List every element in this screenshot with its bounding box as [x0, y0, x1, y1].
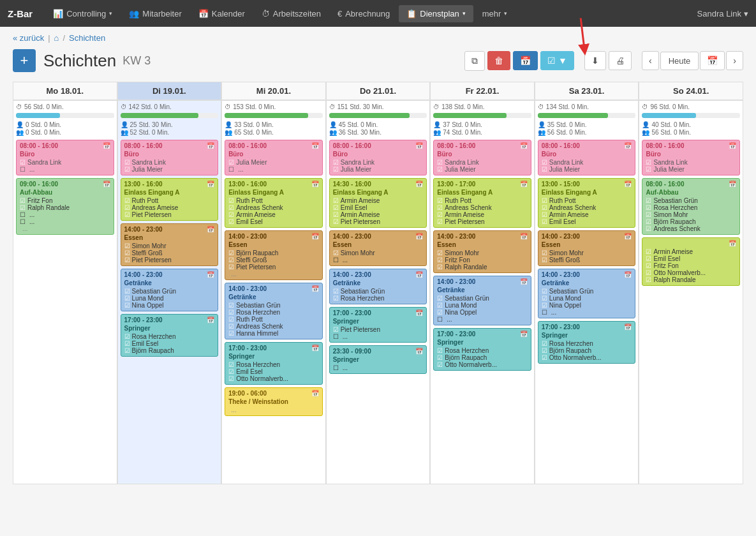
shift-time: 08:00 - 16:00: [228, 142, 267, 149]
shift-header: 14:00 - 23:00📅: [333, 271, 424, 278]
delete-button[interactable]: 🗑: [487, 51, 510, 70]
shift-block-0[interactable]: 08:00 - 16:00📅Büro☑ Sandra Link☑ Julia M…: [329, 140, 427, 175]
day-col-5: ⏱ 134 Std. 0 Min. 👤 35 Std. 0 Min. 👥 56 …: [535, 101, 639, 484]
check-icon: ☑: [437, 204, 443, 211]
shift-person: ☑ Otto Normalverb...: [437, 361, 528, 368]
nav-controlling[interactable]: 📊 Controlling ▾: [45, 5, 120, 22]
shift-block-3[interactable]: 14:00 - 23:00📅Getränke☑ Sebastian Grün☑ …: [329, 269, 427, 304]
shift-time: 14:00 - 23:00: [124, 271, 163, 278]
shift-cal-icon: 📅: [415, 271, 423, 278]
shift-block-4[interactable]: 17:00 - 23:00📅Springer☑ Rosa Herzchen☑ E…: [225, 342, 323, 385]
shift-block-0[interactable]: 08:00 - 16:00📅Büro☑ Sandra Link☑ Julia M…: [538, 140, 636, 175]
shift-time: 14:00 - 23:00: [228, 285, 267, 292]
nav-mehr[interactable]: mehr ▾: [475, 5, 515, 22]
shift-block-1[interactable]: 13:00 - 15:00📅Einlass Eingang A☑ Ruth Po…: [538, 178, 636, 228]
home-link[interactable]: ⌂: [54, 33, 59, 43]
shift-block-2[interactable]: 14:00 - 23:00📅Essen☑ Björn Raupach☑ Stef…: [225, 230, 323, 280]
mini-stats: 👤 37 Std. 0 Min. 👥 74 Std. 0 Min.: [433, 121, 531, 136]
shift-block-1[interactable]: 13:00 - 17:00📅Einlass Eingang A☑ Ruth Po…: [433, 178, 531, 228]
shift-title: Büro: [228, 151, 319, 158]
shift-block-2[interactable]: 14:00 - 23:00📅Essen☑ Simon Mohr☐ ...: [329, 230, 427, 266]
shift-block-1[interactable]: 13:00 - 16:00📅Einlass Eingang A☑ Ruth Po…: [225, 178, 323, 228]
col-header-sa: Sa 23.01.: [535, 82, 639, 100]
person-icon: 👤: [642, 121, 649, 128]
check-icon: ☑: [333, 218, 339, 225]
shift-block-4[interactable]: 17:00 - 23:00📅Springer☑ Rosa Herzchen☑ E…: [121, 314, 219, 357]
person-icon: 👤: [329, 121, 337, 128]
today-button[interactable]: Heute: [660, 52, 699, 70]
user-menu[interactable]: Sandra Link ▾: [697, 9, 748, 19]
shift-block-0[interactable]: 08:00 - 16:00📅Büro☑ Sandra Link☑ Julia M…: [642, 140, 740, 175]
check-icon: ☑: [228, 361, 234, 368]
check-icon: ☑: [646, 159, 651, 166]
shift-ellipsis: ...: [231, 271, 319, 278]
shift-time: 17:00 - 23:00: [542, 324, 580, 331]
shift-block-1[interactable]: 13:00 - 16:00📅Einlass Eingang A☑ Ruth Po…: [121, 178, 219, 221]
check-icon: ☑: [124, 242, 130, 249]
shift-ellipsis: ...: [231, 406, 319, 413]
shift-header: 13:00 - 16:00📅: [228, 181, 319, 188]
shift-time: 08:00 - 16:00: [20, 142, 58, 149]
shift-block-5[interactable]: 23:30 - 09:00📅Springer☐ ...: [329, 345, 427, 374]
shift-person: ☑ Fritz Fon: [20, 197, 110, 204]
check-icon: ☑: [542, 218, 547, 225]
next-week-button[interactable]: ›: [726, 51, 743, 70]
nav-mitarbeiter[interactable]: 👥 Mitarbeiter: [121, 5, 189, 22]
filter-button[interactable]: ☑ ▼: [540, 51, 574, 70]
prev-week-button[interactable]: ‹: [642, 51, 659, 70]
shift-person: ☑ Sebastian Grün: [333, 288, 424, 295]
shift-person: ☑ Rosa Herzchen: [437, 347, 528, 354]
stat-row1: 👤 45 Std. 0 Min.: [329, 121, 427, 128]
shift-block-3[interactable]: 14:00 - 23:00📅Getränke☑ Sebastian Grün☑ …: [433, 276, 531, 325]
shift-block-4[interactable]: 17:00 - 23:00📅Springer☑ Rosa Herzchen☑ B…: [433, 328, 531, 371]
download-button[interactable]: ⬇: [584, 51, 606, 70]
shift-person: ☑ Andreas Schenk: [646, 225, 736, 232]
shift-block-1[interactable]: 08:00 - 16:00📅Auf-Abbau☑ Sebastian Grün☑…: [642, 178, 740, 235]
shift-block-2[interactable]: 14:00 - 23:00📅Essen☑ Simon Mohr☑ Steffi …: [538, 230, 636, 266]
shift-person: ☑ Otto Normalverb...: [542, 354, 632, 361]
calendar-button[interactable]: 📅: [513, 51, 538, 70]
check-icon: ☑: [124, 333, 130, 340]
back-link[interactable]: « zurück: [13, 33, 44, 43]
shift-block-3[interactable]: 14:00 - 23:00📅Getränke☑ Sebastian Grün☑ …: [225, 283, 323, 339]
clock-icon: ⏱: [121, 103, 127, 110]
shift-block-1[interactable]: 09:00 - 16:00📅Auf-Abbau☑ Fritz Fon☑ Ralp…: [16, 178, 114, 235]
print-button[interactable]: 🖨: [609, 51, 632, 70]
shift-block-1[interactable]: 14:30 - 16:00📅Einlass Eingang A☑ Armin A…: [329, 178, 427, 228]
check-icon: ☑: [542, 354, 547, 361]
shift-block-2[interactable]: 14:00 - 23:00📅Essen☑ Simon Mohr☑ Steffi …: [121, 223, 219, 266]
nav-abrechnung[interactable]: € Abrechnung: [330, 5, 397, 22]
nav-dienstplan[interactable]: 📋 Dienstplan ▾: [399, 5, 473, 22]
shift-block-2[interactable]: 📅☑ Armin Ameise☑ Emil Esel☑ Fritz Fon☑ O…: [642, 237, 740, 286]
check-icon: ☑: [646, 218, 651, 225]
nav-kalender[interactable]: 📅 Kalender: [191, 5, 253, 22]
check-icon: ☑: [437, 309, 443, 316]
shift-block-3[interactable]: 14:00 - 23:00📅Getränke☑ Sebastian Grün☑ …: [121, 269, 219, 311]
shift-block-4[interactable]: 17:00 - 23:00📅Springer☑ Rosa Herzchen☑ B…: [538, 321, 636, 364]
shift-block-3[interactable]: 14:00 - 23:00📅Getränke☑ Sebastian Grün☑ …: [538, 269, 636, 318]
shift-block-0[interactable]: 08:00 - 16:00📅Büro☑ Sandra Link☑ Julia M…: [121, 140, 219, 175]
shift-person: ☑ Armin Ameise: [437, 211, 528, 218]
shift-block-0[interactable]: 08:00 - 16:00📅Büro☑ Sandra Link☑ Julia M…: [433, 140, 531, 175]
shift-person: ☑ Sandra Link: [646, 159, 736, 166]
shift-block-2[interactable]: 14:00 - 23:00📅Essen☑ Simon Mohr☑ Fritz F…: [433, 230, 531, 273]
shift-block-4[interactable]: 17:00 - 23:00📅Springer☑ Piet Pietersen☐ …: [329, 307, 427, 343]
shift-block-0[interactable]: 08:00 - 16:00📅Büro☑ Sandra Link☐ ...: [16, 140, 114, 175]
col-header-mo: Mo 18.01.: [13, 82, 117, 100]
shift-header: 08:00 - 16:00📅: [437, 142, 528, 149]
shift-person: ☑ Simon Mohr: [333, 249, 424, 257]
check-icon: ☑: [542, 204, 547, 211]
add-button[interactable]: +: [13, 49, 36, 72]
shift-cal-icon: 📅: [520, 142, 528, 149]
col-header-di: Di 19.01.: [118, 82, 221, 100]
calendar-nav-button[interactable]: 📅: [700, 51, 725, 70]
shift-block-0[interactable]: 08:00 - 16:00📅Büro☑ Julia Meier☐ ...: [225, 140, 323, 175]
nav-arbeitszeiten[interactable]: ⏱ Arbeitszeiten: [254, 5, 329, 22]
shift-cal-icon: 📅: [311, 390, 319, 397]
shift-block-5[interactable]: 19:00 - 06:00📅Theke / Weinstation...: [225, 387, 323, 416]
copy-button[interactable]: ⧉: [464, 51, 485, 71]
brand[interactable]: Z-Bar: [8, 8, 33, 19]
empty-icon: ☐: [437, 316, 445, 323]
shift-empty-slot: ☐ ...: [542, 309, 632, 316]
shift-person: ☑ Armin Ameise: [333, 197, 424, 204]
